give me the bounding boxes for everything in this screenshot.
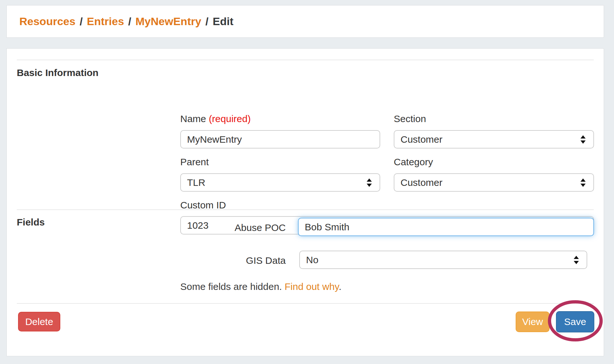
select-arrows-icon <box>580 178 586 187</box>
category-selected-value: Customer <box>401 177 442 188</box>
breadcrumb-link-entries[interactable]: Entries <box>87 15 124 28</box>
gis-data-label: GIS Data <box>180 255 286 266</box>
save-button[interactable]: Save <box>556 311 594 332</box>
gis-data-selected-value: No <box>306 254 318 265</box>
hidden-fields-note-suffix: . <box>339 281 341 292</box>
category-select[interactable]: Customer <box>394 173 594 192</box>
parent-select[interactable]: TLR <box>180 173 380 192</box>
parent-label: Parent <box>180 157 209 168</box>
view-button[interactable]: View <box>516 311 550 332</box>
custom-id-label: Custom ID <box>180 200 226 211</box>
name-input[interactable] <box>180 130 380 148</box>
section-label: Section <box>394 113 426 124</box>
select-arrows-icon <box>367 178 372 187</box>
breadcrumb: Resources / Entries / MyNewEntry / Edit <box>19 5 233 37</box>
find-out-why-link[interactable]: Find out why <box>285 281 339 292</box>
breadcrumb-current-edit: Edit <box>213 15 233 28</box>
section-select[interactable]: Customer <box>394 130 594 148</box>
divider <box>17 209 594 210</box>
breadcrumb-separator: / <box>80 15 83 28</box>
gis-data-select[interactable]: No <box>299 251 587 269</box>
select-arrows-icon <box>574 256 579 264</box>
basic-information-heading: Basic Information <box>17 67 98 78</box>
fields-heading: Fields <box>17 217 45 228</box>
edit-entry-form-panel: Basic Information Name (required) Sectio… <box>6 48 604 356</box>
delete-button[interactable]: Delete <box>18 312 60 331</box>
name-label: Name (required) <box>180 113 251 124</box>
hidden-fields-note: Some fields are hidden. Find out why. <box>180 281 342 292</box>
divider <box>17 303 594 304</box>
abuse-poc-label: Abuse POC <box>180 222 286 233</box>
divider <box>17 60 594 60</box>
section-selected-value: Customer <box>401 134 442 145</box>
hidden-fields-note-text: Some fields are hidden. <box>180 281 282 292</box>
breadcrumb-separator: / <box>128 15 131 28</box>
name-label-text: Name <box>180 113 206 124</box>
name-required-note: (required) <box>209 113 251 124</box>
abuse-poc-input[interactable] <box>298 218 594 236</box>
category-label: Category <box>394 157 433 168</box>
breadcrumb-separator: / <box>205 15 208 28</box>
breadcrumb-panel: Resources / Entries / MyNewEntry / Edit <box>6 5 604 38</box>
select-arrows-icon <box>580 135 586 144</box>
breadcrumb-link-resources[interactable]: Resources <box>19 15 75 28</box>
breadcrumb-link-mynewentry[interactable]: MyNewEntry <box>135 15 201 28</box>
parent-selected-value: TLR <box>187 177 205 188</box>
